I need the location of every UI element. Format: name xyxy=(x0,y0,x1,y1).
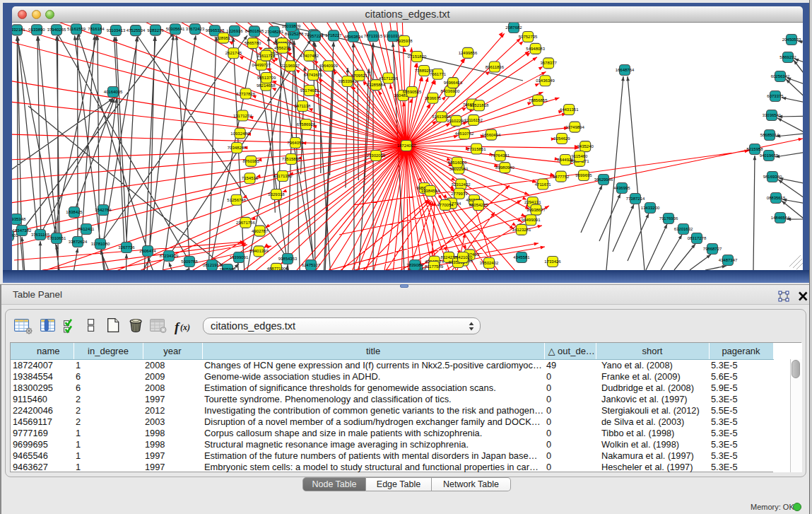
svg-text:0133890: 0133890 xyxy=(28,28,45,32)
svg-text:1226916: 1226916 xyxy=(226,29,243,33)
svg-text:7357224: 7357224 xyxy=(307,34,324,38)
svg-text:07151820: 07151820 xyxy=(408,54,427,59)
svg-text:2294131: 2294131 xyxy=(524,200,541,204)
svg-text:81177589: 81177589 xyxy=(425,264,444,269)
svg-text:27315851: 27315851 xyxy=(467,147,486,151)
svg-text:01436349: 01436349 xyxy=(536,78,555,83)
svg-text:8760385: 8760385 xyxy=(242,159,259,163)
svg-text:60256342: 60256342 xyxy=(771,74,790,78)
svg-text:16560494: 16560494 xyxy=(482,133,501,137)
svg-text:20450533: 20450533 xyxy=(782,37,801,42)
svg-text:94019655: 94019655 xyxy=(760,153,779,158)
svg-text:f: f xyxy=(175,320,180,334)
svg-text:4556238: 4556238 xyxy=(274,46,291,50)
svg-text:99854353: 99854353 xyxy=(278,257,298,261)
svg-text:63201632: 63201632 xyxy=(674,227,693,231)
svg-text:50305641: 50305641 xyxy=(166,27,185,31)
svg-text:18724007: 18724007 xyxy=(397,144,416,148)
svg-text:47525534: 47525534 xyxy=(126,28,146,33)
svg-text:79868727: 79868727 xyxy=(703,247,722,251)
svg-text:3542784: 3542784 xyxy=(95,208,112,212)
svg-text:4709521: 4709521 xyxy=(351,74,368,78)
svg-text:3435240: 3435240 xyxy=(577,144,594,148)
svg-text:27048281: 27048281 xyxy=(265,30,284,34)
svg-text:10932480: 10932480 xyxy=(230,132,249,136)
svg-text:08835615: 08835615 xyxy=(767,196,786,200)
svg-text:33749894: 33749894 xyxy=(565,125,584,129)
svg-text:53521818: 53521818 xyxy=(470,103,489,107)
svg-text:93174612: 93174612 xyxy=(300,88,319,93)
svg-text:79176936: 79176936 xyxy=(659,216,678,221)
svg-text:88516060: 88516060 xyxy=(448,160,467,165)
svg-text:3678377: 3678377 xyxy=(540,61,557,65)
svg-text:89325288: 89325288 xyxy=(285,32,304,36)
svg-text:18347382: 18347382 xyxy=(13,228,32,233)
svg-text:19399091: 19399091 xyxy=(230,255,249,259)
svg-text:19384554: 19384554 xyxy=(421,189,440,193)
svg-text:85054235: 85054235 xyxy=(469,203,488,207)
svg-text:3267736: 3267736 xyxy=(118,245,135,250)
svg-text:31611724: 31611724 xyxy=(257,54,276,58)
svg-text:2779979: 2779979 xyxy=(451,192,468,196)
svg-text:48963834: 48963834 xyxy=(344,35,363,39)
svg-text:5865780: 5865780 xyxy=(245,41,261,45)
svg-text:48877190: 48877190 xyxy=(267,267,286,270)
svg-text:2805982: 2805982 xyxy=(219,267,236,270)
svg-text:7154516: 7154516 xyxy=(242,176,259,180)
svg-text:5869232: 5869232 xyxy=(779,55,796,59)
svg-text:64743671: 64743671 xyxy=(304,73,323,77)
svg-text:36629946: 36629946 xyxy=(594,177,613,182)
svg-text:(x): (x) xyxy=(180,322,190,332)
svg-text:44935348: 44935348 xyxy=(12,217,26,221)
svg-text:42786801: 42786801 xyxy=(12,233,18,238)
svg-text:33872624: 33872624 xyxy=(69,240,88,244)
svg-text:9283276: 9283276 xyxy=(147,28,164,33)
svg-text:40164005: 40164005 xyxy=(104,90,123,94)
svg-text:11116152: 11116152 xyxy=(464,118,483,122)
svg-text:45171236: 45171236 xyxy=(379,76,398,81)
svg-text:14846564: 14846564 xyxy=(771,216,790,220)
svg-text:96499091: 96499091 xyxy=(522,218,541,222)
svg-text:89611836: 89611836 xyxy=(486,65,505,69)
svg-text:78856855: 78856855 xyxy=(529,98,548,103)
svg-text:13171274: 13171274 xyxy=(233,114,252,118)
svg-text:96965328: 96965328 xyxy=(206,28,225,33)
svg-text:99938677: 99938677 xyxy=(526,208,546,212)
svg-text:2606474: 2606474 xyxy=(139,249,156,253)
svg-text:23302035: 23302035 xyxy=(367,153,386,158)
svg-text:04499727: 04499727 xyxy=(252,63,271,67)
svg-text:34123281: 34123281 xyxy=(512,228,531,232)
svg-text:37940265: 37940265 xyxy=(47,28,66,32)
svg-text:31781080: 31781080 xyxy=(91,242,110,246)
svg-text:73515850: 73515850 xyxy=(282,157,301,161)
svg-text:40640909: 40640909 xyxy=(319,64,338,68)
svg-text:70289517: 70289517 xyxy=(214,36,233,40)
svg-text:08317278: 08317278 xyxy=(688,236,707,240)
svg-text:67010651: 67010651 xyxy=(47,236,66,240)
svg-text:6073375: 6073375 xyxy=(767,94,784,98)
svg-text:4902787: 4902787 xyxy=(252,229,269,233)
svg-text:9699695: 9699695 xyxy=(575,173,592,177)
svg-text:7935978: 7935978 xyxy=(396,39,413,43)
svg-text:4345581: 4345581 xyxy=(513,255,530,259)
svg-text:2087682: 2087682 xyxy=(505,25,522,30)
svg-text:62475107: 62475107 xyxy=(302,263,321,267)
svg-text:28421020: 28421020 xyxy=(454,255,473,259)
svg-text:7964053: 7964053 xyxy=(287,141,304,145)
svg-text:70348247: 70348247 xyxy=(228,146,247,150)
svg-text:44431351: 44431351 xyxy=(560,107,579,112)
svg-text:0471138: 0471138 xyxy=(295,104,312,108)
svg-text:23285884: 23285884 xyxy=(367,83,386,87)
svg-text:47407482: 47407482 xyxy=(300,54,319,58)
svg-text:78713315: 78713315 xyxy=(364,34,383,38)
svg-text:8412411: 8412411 xyxy=(78,227,95,231)
svg-text:43171390: 43171390 xyxy=(273,174,293,178)
svg-text:9477752: 9477752 xyxy=(553,175,570,179)
svg-text:1733426: 1733426 xyxy=(544,259,561,264)
svg-text:2621745: 2621745 xyxy=(225,51,242,55)
svg-text:8215958: 8215958 xyxy=(746,147,763,151)
svg-text:1836675: 1836675 xyxy=(425,96,442,100)
svg-text:29671756: 29671756 xyxy=(236,221,255,225)
svg-text:67586926: 67586926 xyxy=(297,122,316,127)
svg-text:93103413: 93103413 xyxy=(107,28,126,33)
